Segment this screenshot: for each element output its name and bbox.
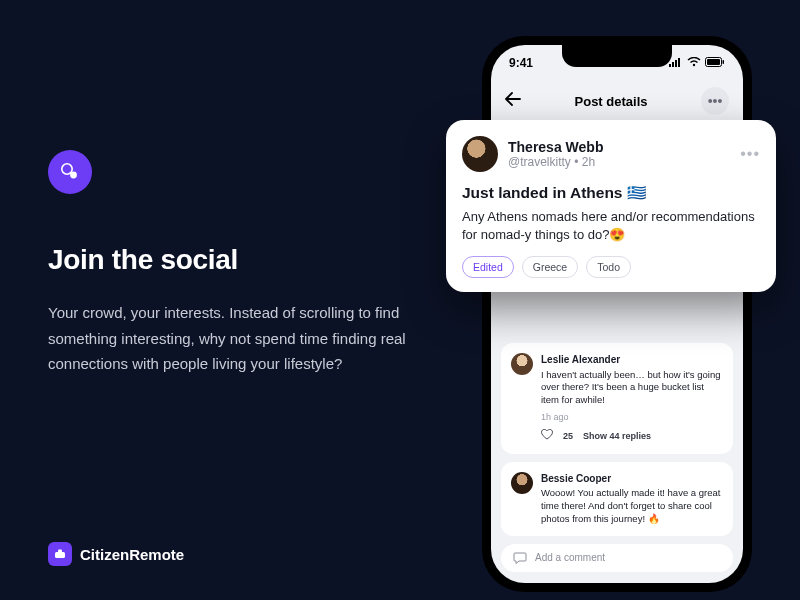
brand-logo-icon: [48, 542, 72, 566]
signal-icon: [669, 56, 683, 70]
post-author-name[interactable]: Theresa Webb: [508, 139, 603, 155]
back-button[interactable]: [505, 92, 521, 110]
comment-text: I haven't actually been… but how it's go…: [541, 369, 723, 407]
arrow-left-icon: [505, 92, 521, 106]
section-body: Your crowd, your interests. Instead of s…: [48, 300, 418, 377]
add-comment-placeholder: Add a comment: [535, 552, 605, 563]
post-card[interactable]: Theresa Webb @travelkitty • 2h ••• Just …: [446, 120, 776, 292]
post-body: Any Athens nomads here and/or recommenda…: [462, 208, 760, 244]
show-replies-link[interactable]: Show 44 replies: [583, 430, 651, 442]
svg-rect-2: [55, 552, 65, 558]
svg-rect-5: [672, 62, 674, 67]
svg-rect-11: [723, 60, 725, 64]
svg-point-0: [62, 164, 72, 174]
post-title: Just landed in Athens 🇬🇷: [462, 184, 760, 202]
comment-item[interactable]: Bessie Cooper Wooow! You actually made i…: [501, 462, 733, 536]
section-heading: Join the social: [48, 244, 428, 276]
phone-notch: [562, 45, 672, 67]
footer-brand: CitizenRemote: [48, 542, 184, 566]
nav-title: Post details: [575, 94, 648, 109]
like-button[interactable]: [541, 429, 553, 444]
brand-name: CitizenRemote: [80, 546, 184, 563]
tag-edited: Edited: [462, 256, 514, 278]
dots-icon: •••: [740, 145, 760, 162]
like-count: 25: [563, 430, 573, 442]
avatar: [511, 353, 533, 375]
svg-rect-3: [58, 550, 62, 553]
status-time: 9:41: [509, 56, 533, 70]
comment-author: Leslie Alexander: [541, 353, 723, 367]
comment-text: Wooow! You actually made it! have a grea…: [541, 487, 723, 525]
feature-icon-badge: [48, 150, 92, 194]
svg-point-1: [70, 172, 77, 179]
dots-icon: •••: [708, 93, 723, 109]
tag-item[interactable]: Greece: [522, 256, 578, 278]
avatar[interactable]: [462, 136, 498, 172]
bubbles-icon: [59, 161, 81, 183]
svg-point-8: [693, 64, 695, 66]
svg-rect-7: [678, 58, 680, 67]
comment-item[interactable]: Leslie Alexander I haven't actually been…: [501, 343, 733, 454]
battery-icon: [705, 56, 725, 70]
heart-icon: [541, 429, 553, 440]
wifi-icon: [687, 56, 701, 70]
add-comment-input[interactable]: Add a comment: [501, 544, 733, 572]
nav-more-button[interactable]: •••: [701, 87, 729, 115]
comment-author: Bessie Cooper: [541, 472, 723, 486]
svg-rect-4: [669, 64, 671, 67]
avatar: [511, 472, 533, 494]
svg-rect-10: [707, 59, 720, 65]
nav-bar: Post details •••: [491, 81, 743, 121]
comment-time: 1h ago: [541, 411, 569, 423]
post-author-handle: @travelkitty • 2h: [508, 155, 603, 169]
post-more-button[interactable]: •••: [740, 145, 760, 163]
comment-icon: [513, 551, 527, 565]
tag-item[interactable]: Todo: [586, 256, 631, 278]
svg-rect-6: [675, 60, 677, 67]
